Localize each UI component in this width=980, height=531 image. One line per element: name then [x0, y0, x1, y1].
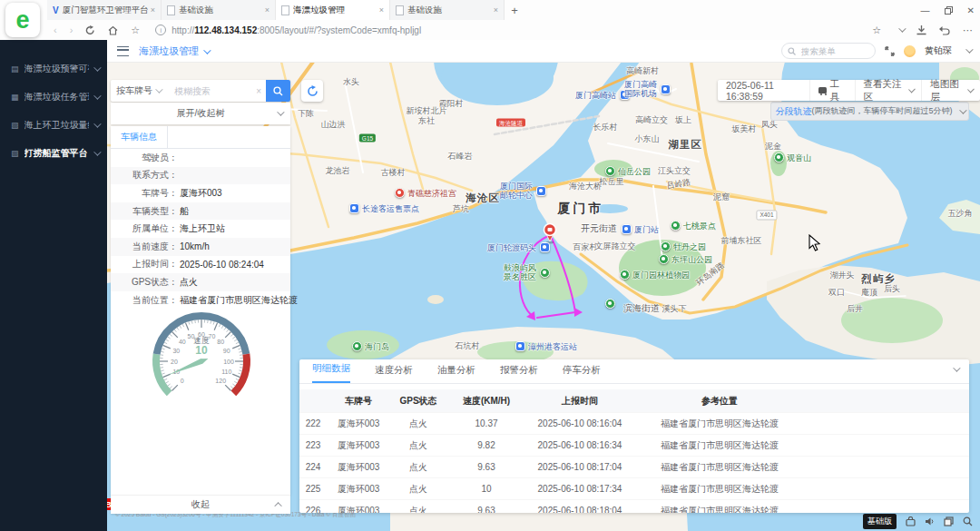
windows-icon[interactable]	[944, 516, 954, 526]
green-poi-pin-icon[interactable]	[659, 254, 669, 264]
green-poi-pin-icon[interactable]	[605, 166, 615, 176]
map-label: 坂美村	[732, 123, 757, 135]
map-label: 海沧大桥	[569, 181, 602, 192]
sidebar-item[interactable]: ▧海上环卫垃圾量统计	[0, 111, 107, 139]
app-title[interactable]: 海漂垃圾管理	[139, 44, 209, 58]
map-label: 双口	[828, 287, 845, 299]
browser-tab[interactable]: 基础设施×	[390, 0, 505, 20]
menu-search-input[interactable]	[799, 45, 867, 57]
detail-data-panel: 明细数据速度分析油量分析报警分析停车分析 车牌号GPS状态速度(KM/H)上报时…	[299, 359, 969, 513]
close-tab-icon[interactable]: ×	[379, 5, 384, 15]
home-icon[interactable]	[108, 25, 118, 35]
map-layers-button[interactable]: 地图图层	[921, 80, 980, 101]
fullscreen-icon[interactable]	[885, 46, 895, 56]
table-row[interactable]: 223厦海环003点火9.822025-06-10 08:16:34福建省厦门市…	[299, 434, 969, 456]
speaker-icon[interactable]	[925, 516, 935, 526]
browser-tab[interactable]: 基础设施×	[162, 0, 276, 20]
data-tab[interactable]: 明细数据	[312, 362, 350, 383]
vehicle-field-row: 车辆类型：船	[111, 202, 290, 221]
segment-track-bar[interactable]: 分段轨迹 (两段轨迹间，车辆停车时间超过5分钟)	[770, 102, 969, 121]
data-tab[interactable]: 速度分析	[375, 364, 413, 383]
back-icon[interactable]: ‹	[54, 25, 57, 35]
table-row[interactable]: 226厦海环003点火9.632025-06-10 08:18:04福建省厦门市…	[299, 499, 969, 513]
chevron-down-icon[interactable]	[953, 364, 960, 371]
map-label: 后头	[884, 283, 900, 295]
browser-logo-icon[interactable]: e	[5, 3, 40, 37]
base-version-badge[interactable]: 基础版	[863, 514, 897, 529]
map-label: 五沙角	[948, 208, 973, 220]
search-button[interactable]	[266, 80, 290, 102]
table-row[interactable]: 222厦海环003点火10.372025-06-10 08:16:04福建省厦门…	[299, 412, 969, 434]
new-tab-button[interactable]: +	[505, 0, 524, 20]
chevron-down-icon	[908, 85, 916, 93]
green-poi-pin-icon[interactable]	[605, 299, 615, 309]
browser-tab[interactable]: V厦门智慧环卫管理平台×	[47, 0, 162, 20]
blue-poi-pin-icon[interactable]	[536, 186, 546, 196]
favorite-star-icon[interactable]: ☆	[872, 25, 881, 36]
poi-label: 仙岳公园	[618, 166, 651, 178]
close-tab-icon[interactable]: ×	[265, 5, 270, 15]
table-row[interactable]: 225厦海环003点火102025-06-10 08:17:34福建省厦门市思明…	[299, 477, 969, 499]
site-info-icon[interactable]: i	[155, 25, 166, 35]
restore-button[interactable]	[945, 6, 953, 15]
close-window-button[interactable]: ✕	[967, 5, 975, 15]
green-poi-pin-icon[interactable]	[540, 268, 550, 278]
search-type-select[interactable]: 按车牌号	[111, 84, 169, 97]
data-tab[interactable]: 报警分析	[500, 364, 538, 383]
undo-arrow-icon[interactable]	[939, 25, 950, 35]
map-label: 泥金	[765, 141, 781, 152]
bookmark-star-icon[interactable]: ☆	[131, 25, 140, 36]
focus-area-button[interactable]: 查看关注区	[855, 80, 922, 101]
vehicle-search-input[interactable]	[169, 85, 251, 97]
sidebar-item[interactable]: ▨打捞船监管平台	[0, 139, 107, 167]
blue-poi-pin-icon[interactable]	[349, 203, 359, 213]
green-poi-pin-icon[interactable]	[620, 270, 630, 280]
tools-button[interactable]: 工具	[809, 80, 854, 101]
data-tab[interactable]: 油量分析	[437, 364, 475, 383]
blue-poi-pin-icon[interactable]	[661, 84, 671, 94]
collapse-panel-bar[interactable]: 收起	[111, 495, 290, 514]
clear-search-icon[interactable]: ×	[251, 86, 266, 96]
dropdown-caret-icon[interactable]	[898, 25, 906, 32]
red-poi-pin-icon[interactable]	[395, 188, 405, 198]
table-row[interactable]: 224厦海环003点火9.632025-06-10 08:17:04福建省厦门市…	[299, 456, 969, 477]
green-poi-pin-icon[interactable]	[671, 221, 681, 231]
green-poi-pin-icon[interactable]	[352, 341, 362, 351]
user-menu-chevron-icon[interactable]	[965, 45, 973, 53]
blue-poi-pin-icon[interactable]	[622, 224, 632, 234]
sidebar-item[interactable]: ▦海漂垃圾任务管理	[0, 83, 107, 111]
vehicle-search-bar: 按车牌号 ×	[111, 80, 290, 102]
field-value: 点火	[178, 276, 198, 289]
table-cell: 2025-06-10 08:18:04	[526, 506, 633, 513]
green-poi-pin-icon[interactable]	[661, 241, 671, 251]
column-header: 参考位置	[633, 395, 806, 408]
forward-icon[interactable]: ›	[70, 25, 74, 35]
tab-vehicle-info[interactable]: 车辆信息	[111, 126, 168, 148]
map-label: 石坑村	[456, 340, 480, 352]
blue-poi-pin-icon[interactable]	[515, 341, 525, 351]
minimize-button[interactable]: —	[921, 5, 930, 15]
menu-search-box[interactable]	[781, 43, 876, 59]
field-value: 2025-06-10 08:24:04	[178, 260, 264, 270]
map-refresh-button[interactable]	[301, 80, 323, 102]
close-tab-icon[interactable]: ×	[494, 5, 498, 15]
blue-poi-pin-icon[interactable]	[540, 242, 550, 252]
toolbox-icon[interactable]	[906, 516, 916, 526]
zoom-search-icon[interactable]	[963, 516, 973, 526]
map-label: 高崎新村	[626, 65, 659, 77]
user-name[interactable]: 黄铂琛	[925, 44, 952, 57]
favicon-doc-icon	[281, 5, 289, 15]
download-icon[interactable]	[916, 25, 926, 35]
menu-dots-icon[interactable]: ⋯	[963, 25, 973, 36]
refresh-icon[interactable]	[85, 25, 95, 35]
sidebar-item[interactable]: ▤海漂垃圾预警可视化	[0, 54, 107, 83]
green-poi-pin-icon[interactable]	[774, 152, 784, 162]
user-avatar[interactable]	[904, 45, 916, 57]
browser-tab[interactable]: 海漂垃圾管理×	[276, 0, 390, 20]
vehicle-panel-tabs: 车辆信息	[111, 126, 290, 149]
close-tab-icon[interactable]: ×	[151, 5, 155, 15]
data-tab[interactable]: 停车分析	[563, 364, 601, 383]
collapse-menu-icon[interactable]	[117, 46, 129, 56]
tree-toggle-bar[interactable]: 展开/收起树	[111, 103, 290, 124]
address-bar[interactable]: i http://112.48.134.152:8005/layout/#/?s…	[155, 25, 421, 35]
